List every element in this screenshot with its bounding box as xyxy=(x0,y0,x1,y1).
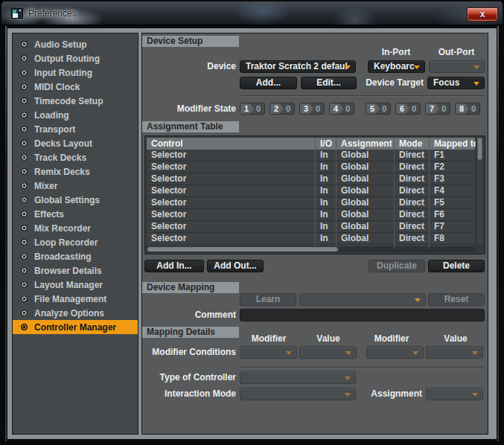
radio-bullet-icon xyxy=(21,154,28,161)
radio-bullet-icon xyxy=(21,41,28,48)
condition-value-dropdown-1[interactable] xyxy=(299,346,357,359)
sidebar-item-audio-setup[interactable]: Audio Setup xyxy=(13,37,138,51)
add-in-button[interactable]: Add In... xyxy=(144,260,204,272)
reset-button[interactable]: Reset xyxy=(428,293,485,306)
table-row[interactable]: SelectorInGlobalDirectF6 xyxy=(147,209,475,221)
modifier-conditions-label: Modifier Conditions xyxy=(147,346,236,359)
delete-button[interactable]: Delete xyxy=(428,260,485,272)
sidebar-item-label: Browser Details xyxy=(34,266,102,276)
chevron-down-icon xyxy=(345,351,351,355)
table-row[interactable]: SelectorInGlobalDirectF7 xyxy=(147,221,475,233)
sidebar-item-loading[interactable]: Loading xyxy=(13,108,138,122)
sidebar-item-effects[interactable]: Effects xyxy=(13,207,138,221)
assignment-table: ControlI/OAssignmentModeMapped to Select… xyxy=(144,135,485,254)
in-port-label: In-Port xyxy=(370,46,422,59)
table-row[interactable]: SelectorInGlobalDirectF2 xyxy=(147,161,475,173)
table-cell: Selector xyxy=(151,221,315,232)
radio-bullet-icon xyxy=(21,168,28,175)
sidebar-item-input-routing[interactable]: Input Routing xyxy=(13,65,138,80)
table-row[interactable]: SelectorInGlobalDirectF3 xyxy=(147,173,475,185)
horizontal-scrollbar-thumb[interactable] xyxy=(147,247,338,252)
modifier-state-2[interactable]: 20 xyxy=(269,103,295,115)
modifier-number: 2 xyxy=(270,103,284,114)
sidebar-item-controller-manager[interactable]: Controller Manager xyxy=(13,320,138,334)
comment-input[interactable] xyxy=(240,309,485,321)
sidebar-item-output-routing[interactable]: Output Routing xyxy=(13,51,138,65)
modifier-state-4[interactable]: 40 xyxy=(329,103,354,115)
sidebar-item-mix-recorder[interactable]: Mix Recorder xyxy=(13,221,138,235)
sidebar-item-file-management[interactable]: File Management xyxy=(13,292,138,306)
modifier-number: 4 xyxy=(330,103,343,114)
learn-button[interactable]: Learn xyxy=(240,293,296,306)
table-row[interactable]: SelectorInGlobalDirectF5 xyxy=(147,197,475,209)
add-out-button[interactable]: Add Out... xyxy=(207,260,264,272)
sidebar-item-mixer[interactable]: Mixer xyxy=(13,179,138,193)
sidebar-item-label: Decks Layout xyxy=(34,138,92,149)
assignment-dropdown[interactable] xyxy=(426,388,483,400)
chevron-down-icon xyxy=(473,65,479,69)
table-cell: F4 xyxy=(434,185,475,196)
device-target-label: Device Target xyxy=(351,77,424,89)
sidebar-item-loop-recorder[interactable]: Loop Recorder xyxy=(13,235,138,249)
out-port-dropdown[interactable] xyxy=(429,60,485,73)
sidebar-item-browser-details[interactable]: Browser Details xyxy=(13,263,138,278)
title-bar[interactable]: Preferences x xyxy=(1,1,503,25)
table-row[interactable]: SelectorInGlobalDirectF4 xyxy=(147,185,475,197)
edit-device-button[interactable]: Edit... xyxy=(301,77,357,89)
chevron-down-icon xyxy=(286,351,292,355)
table-row[interactable]: SelectorInGlobalDirectF8 xyxy=(147,233,475,245)
cond-modifier-label-2: Modifier xyxy=(362,333,421,345)
table-cell: Direct xyxy=(399,150,432,161)
horizontal-scrollbar[interactable] xyxy=(147,246,475,252)
modifier-value: 0 xyxy=(316,103,320,114)
radio-bullet-icon xyxy=(21,253,28,260)
device-dropdown[interactable]: Traktor Scratch 2 defaul xyxy=(240,60,356,73)
condition-modifier-dropdown-2[interactable] xyxy=(366,346,424,359)
cond-value-label-1: Value xyxy=(299,333,358,345)
sidebar-item-decks-layout[interactable]: Decks Layout xyxy=(13,136,138,150)
modifier-state-3[interactable]: 30 xyxy=(299,103,325,115)
device-target-dropdown[interactable]: Focus xyxy=(427,77,485,89)
modifier-state-5[interactable]: 50 xyxy=(366,103,391,115)
column-header-mapped-to: Mapped to xyxy=(434,138,476,150)
table-row[interactable]: SelectorInGlobalDirectF1 xyxy=(147,150,475,161)
condition-value-dropdown-2[interactable] xyxy=(426,346,483,359)
modifier-state-8[interactable]: 80 xyxy=(455,103,480,115)
sidebar-item-track-decks[interactable]: Track Decks xyxy=(13,150,138,164)
mapping-dropdown[interactable] xyxy=(299,293,426,306)
sidebar-item-analyze-options[interactable]: Analyze Options xyxy=(13,306,138,320)
modifier-number: 6 xyxy=(396,103,409,114)
radio-bullet-icon xyxy=(21,225,28,231)
radio-bullet-icon xyxy=(21,182,28,189)
type-of-controller-label: Type of Controller xyxy=(147,371,236,384)
interaction-mode-dropdown[interactable] xyxy=(240,388,356,400)
sidebar-item-midi-clock[interactable]: MIDI Clock xyxy=(13,80,138,94)
column-separator xyxy=(429,138,430,249)
sidebar-item-timecode-setup[interactable]: Timecode Setup xyxy=(13,94,138,108)
table-cell: Selector xyxy=(151,197,315,208)
in-port-dropdown[interactable]: Keyboarc xyxy=(368,60,425,73)
modifier-state-6[interactable]: 60 xyxy=(395,103,421,115)
sidebar-item-broadcasting[interactable]: Broadcasting xyxy=(13,249,138,263)
sidebar-item-global-settings[interactable]: Global Settings xyxy=(13,193,138,207)
sidebar-item-label: Effects xyxy=(34,209,64,220)
sidebar-item-label: Remix Decks xyxy=(34,167,90,177)
table-cell: Global xyxy=(341,161,396,173)
sidebar-item-remix-decks[interactable]: Remix Decks xyxy=(13,164,138,179)
vertical-scrollbar-thumb[interactable] xyxy=(477,138,482,160)
duplicate-button[interactable]: Duplicate xyxy=(369,260,425,272)
cond-modifier-label-1: Modifier xyxy=(239,333,299,345)
vertical-scrollbar[interactable] xyxy=(476,138,483,245)
condition-modifier-dropdown-1[interactable] xyxy=(240,346,297,359)
add-device-button[interactable]: Add... xyxy=(240,77,297,89)
close-button[interactable]: x xyxy=(467,7,498,22)
radio-bullet-icon xyxy=(21,140,28,147)
radio-bullet-icon xyxy=(21,55,28,62)
modifier-value: 0 xyxy=(345,103,350,114)
sidebar-item-transport[interactable]: Transport xyxy=(13,122,138,136)
modifier-state-1[interactable]: 10 xyxy=(240,103,265,115)
table-cell: Global xyxy=(341,185,396,196)
modifier-state-7[interactable]: 70 xyxy=(425,103,450,115)
type-of-controller-dropdown[interactable] xyxy=(240,371,356,384)
sidebar-item-layout-manager[interactable]: Layout Manager xyxy=(13,278,138,292)
